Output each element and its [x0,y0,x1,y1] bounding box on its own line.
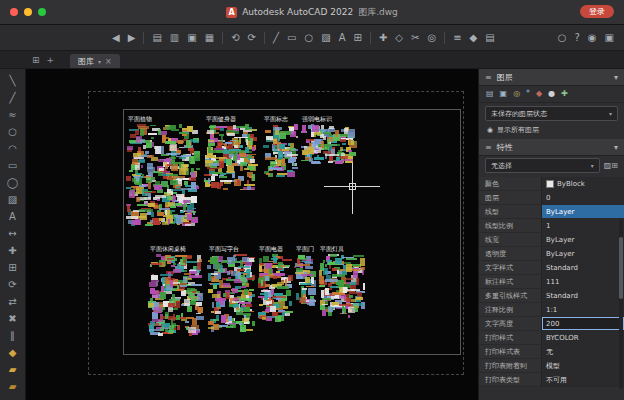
property-value[interactable]: ByLayer [541,205,624,218]
block-group-6[interactable]: 平面写字台 [207,246,255,334]
tab-grid-icon[interactable]: ⊞ [32,55,40,65]
layer-off-icon[interactable]: ● [548,90,555,98]
erase-tool-icon[interactable]: ✖ [0,310,25,327]
trim-tool-icon[interactable]: ✂ [411,33,419,43]
select-tool-icon[interactable]: ╲ [0,72,25,89]
menu-icon[interactable]: ≡ [485,143,492,152]
undo-icon[interactable]: ⟲ [231,33,239,43]
new-tab-icon[interactable]: + [47,55,55,65]
dimension-tool-icon[interactable]: ↔ [0,225,25,242]
copy-tool-icon[interactable]: ⊞ [0,259,25,276]
help-icon[interactable]: ? [575,33,580,43]
polyline-tool-icon[interactable]: ≈ [0,106,25,123]
collapse-icon[interactable]: ▾ [614,73,618,82]
block-group-5[interactable]: 平面休闲桌椅 [148,246,204,338]
rotate-tool-icon[interactable]: ⟳ [0,276,25,293]
property-value[interactable]: 不可用 [541,373,624,386]
cad-block [187,214,192,220]
block-group-3[interactable]: 平面标志 [262,116,298,180]
offset-tool-icon[interactable]: ∥ [0,327,25,344]
property-value[interactable]: ByLayer [541,233,624,246]
layer-state-dropdown[interactable]: 未保存的图层状态 ▾ [485,106,618,121]
layer-properties-icon[interactable]: ▤ [486,90,494,98]
block-group-2[interactable]: 平面健身器 [204,116,258,194]
circle-tool-icon[interactable]: ○ [0,123,25,140]
properties-icon[interactable]: ▤ [485,33,494,43]
layer-state-icon[interactable]: ▣ [500,90,508,98]
cad-block [306,286,314,288]
collapse-icon[interactable]: ▾ [614,143,618,152]
property-value[interactable]: Standard [541,289,624,302]
login-button[interactable]: 登录 [580,5,614,18]
menu-icon[interactable]: ≡ [485,73,492,82]
block-insert-tool-icon[interactable]: ◆ [0,344,25,361]
property-value[interactable]: 111 [541,275,624,288]
property-value[interactable]: BYCOLOR [541,331,624,344]
property-value[interactable]: 200 [541,317,624,330]
toolbar-separator [370,32,371,44]
open-icon[interactable]: ▥ [170,33,179,43]
cad-block [228,264,235,267]
tool-palette-icon[interactable]: ▰ [0,378,25,395]
drawing-tab[interactable]: 图库 ▾ × [70,54,120,68]
property-value-text: Standard [546,264,578,272]
layer-freeze-icon[interactable]: * [526,90,530,98]
property-value[interactable]: ByLayer [541,247,624,260]
block-group-8[interactable]: 平面门 [294,246,316,308]
property-value[interactable]: 无 [541,345,624,358]
property-value[interactable]: 1:1 [541,303,624,316]
save-icon[interactable]: ▣ [187,33,196,43]
property-value[interactable]: 模型 [541,359,624,372]
print-icon[interactable]: ▦ [205,33,214,43]
chevron-down-icon[interactable]: ▾ [98,58,101,65]
drawing-canvas[interactable]: 平面植物平面健身器平面标志强弱电标识平面休闲桌椅平面写字台平面电器平面门平面灯具 [26,69,478,400]
panel-scrollbar[interactable] [619,219,623,389]
property-value[interactable]: 1 [541,219,624,232]
move-tool-icon[interactable]: ✚ [379,33,387,43]
properties-panel-title: 特性 [497,142,513,153]
show-all-layers[interactable]: ◉ 显示所有图层 [485,123,618,136]
search-icon[interactable]: ○ [558,33,567,43]
hatch-tool-icon[interactable]: ▨ [321,33,330,43]
table-tool-icon[interactable]: ⊞ [354,33,362,43]
qnew-icon[interactable]: ▤ [152,33,161,43]
move-tool-icon[interactable]: ✚ [0,242,25,259]
layer-isolate-icon[interactable]: ◎ [513,90,520,98]
scale-tool-icon[interactable]: ◇ [395,33,403,43]
block-group-1[interactable]: 平面植物 [126,116,200,228]
mirror-tool-icon[interactable]: ⇄ [0,293,25,310]
text-tool-icon[interactable]: A [0,208,25,225]
hatch-tool-icon[interactable]: ▨ [0,191,25,208]
measure-tool-icon[interactable]: ◎ [427,33,436,43]
text-tool-icon[interactable]: A [339,33,346,43]
property-value[interactable]: ByBlock [541,177,624,190]
redo-icon[interactable]: ⟳ [248,33,256,43]
block-group-9[interactable]: 平面灯具 [318,246,366,320]
layer-new-icon[interactable]: ✚ [561,90,568,98]
property-value[interactable]: 0 [541,191,624,204]
close-tab-icon[interactable]: × [105,57,112,66]
line-tool-icon[interactable]: ╱ [273,33,279,43]
select-objects-icon[interactable]: ⊞ [611,161,618,170]
arc-tool-icon[interactable]: ◠ [0,140,25,157]
layers-icon[interactable]: ≡ [453,33,461,43]
nav-back-icon[interactable]: ◀ [112,33,120,43]
nav-forward-icon[interactable]: ▶ [128,33,136,43]
ellipse-tool-icon[interactable]: ◯ [0,174,25,191]
rectangle-tool-icon[interactable]: ▭ [287,33,296,43]
group-tool-icon[interactable]: ▰ [0,361,25,378]
line-tool-icon[interactable]: ╱ [0,89,25,106]
panel-toggle-icon[interactable]: ▣ [605,33,614,43]
user-icon[interactable]: ◉ [588,33,597,43]
circle-tool-icon[interactable]: ○ [304,33,313,43]
block-group-7[interactable]: 平面电器 [257,246,293,324]
selection-dropdown[interactable]: 无选择 ▾ [485,158,600,173]
property-value[interactable]: Standard [541,261,624,274]
layer-lock-icon[interactable]: ◆ [536,90,542,98]
rectangle-tool-icon[interactable]: ▭ [0,157,25,174]
scrollbar-thumb[interactable] [619,237,623,299]
cad-block [135,183,142,185]
block-icon[interactable]: ◆ [470,33,478,43]
property-row: 打印样式BYCOLOR [479,331,624,345]
block-group-4[interactable]: 强弱电标识 [300,116,358,166]
